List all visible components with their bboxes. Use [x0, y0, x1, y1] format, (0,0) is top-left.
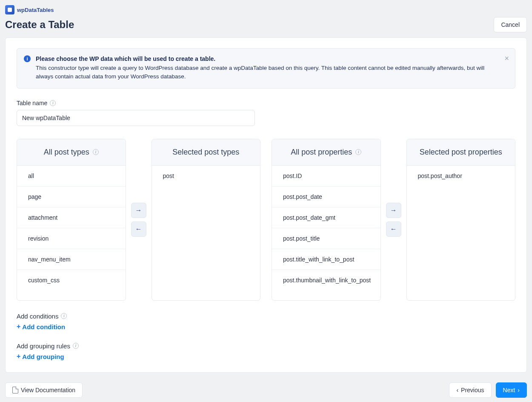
document-icon: [12, 387, 18, 393]
list-item[interactable]: post.post_title: [272, 228, 380, 249]
list-item[interactable]: all: [17, 166, 126, 187]
list-item[interactable]: post: [152, 166, 260, 186]
next-button[interactable]: Next ›: [496, 382, 527, 398]
page-title: Create a Table: [5, 19, 74, 31]
previous-button[interactable]: ‹ Previous: [449, 382, 491, 398]
list-item[interactable]: post.post_date_gmt: [272, 207, 380, 228]
selected-post-properties-list[interactable]: post.post_author: [407, 166, 515, 300]
arrow-left-icon: ←: [390, 225, 397, 233]
all-post-properties-list[interactable]: post.ID post.post_date post.post_date_gm…: [272, 166, 380, 300]
chevron-left-icon: ‹: [456, 387, 458, 393]
panel-header: Selected post types: [152, 139, 260, 166]
table-name-input[interactable]: [17, 110, 255, 126]
move-left-button[interactable]: ←: [386, 221, 401, 237]
all-post-types-panel: All post types i all page attachment rev…: [17, 139, 126, 301]
view-documentation-button[interactable]: View Documentation: [5, 382, 83, 398]
list-item[interactable]: nav_menu_item: [17, 249, 126, 270]
help-icon[interactable]: i: [73, 343, 79, 349]
selected-post-types-list[interactable]: post: [152, 166, 260, 300]
list-item[interactable]: post.title_with_link_to_post: [272, 249, 380, 270]
move-left-button[interactable]: ←: [131, 221, 146, 237]
list-item[interactable]: post.ID: [272, 166, 380, 187]
move-right-button[interactable]: →: [386, 203, 401, 218]
list-item[interactable]: revision: [17, 228, 126, 249]
add-grouping-button[interactable]: + Add grouping: [17, 353, 64, 360]
constructor-card: i × Please choose the WP data which will…: [5, 37, 527, 373]
alert-title: Please choose the WP data which will be …: [36, 55, 498, 62]
selected-post-properties-panel: Selected post properties post.post_autho…: [406, 139, 516, 301]
plus-icon: +: [17, 323, 20, 330]
alert-body: This constructor type will create a quer…: [36, 64, 498, 81]
arrow-left-icon: ←: [135, 225, 142, 233]
close-icon[interactable]: ×: [504, 55, 509, 62]
list-item[interactable]: post.post_author: [407, 166, 515, 186]
list-item[interactable]: custom_css: [17, 270, 126, 290]
arrow-right-icon: →: [135, 207, 142, 214]
table-name-label: Table name i: [17, 100, 515, 106]
conditions-label: Add conditions i: [17, 313, 515, 320]
cancel-button[interactable]: Cancel: [494, 17, 527, 32]
help-icon[interactable]: i: [61, 313, 67, 319]
panel-header: All post types i: [17, 139, 126, 166]
help-icon[interactable]: i: [93, 149, 99, 155]
arrow-right-icon: →: [390, 207, 397, 214]
list-item[interactable]: attachment: [17, 207, 126, 228]
help-icon[interactable]: i: [355, 149, 361, 155]
list-item[interactable]: post.thumbnail_with_link_to_post: [272, 270, 380, 290]
info-alert: i × Please choose the WP data which will…: [17, 48, 515, 89]
move-right-button[interactable]: →: [131, 203, 146, 218]
plus-icon: +: [17, 353, 20, 360]
all-post-types-list[interactable]: all page attachment revision nav_menu_it…: [17, 166, 126, 300]
panel-header: Selected post properties: [407, 139, 515, 166]
selected-post-types-panel: Selected post types post: [152, 139, 261, 301]
help-icon[interactable]: i: [50, 100, 56, 106]
brand: wpDataTables: [5, 5, 527, 14]
grouping-label: Add grouping rules i: [17, 342, 515, 350]
info-icon: i: [24, 55, 31, 62]
list-item[interactable]: post.post_date: [272, 187, 380, 207]
panel-header: All post properties i: [272, 139, 380, 166]
all-post-properties-panel: All post properties i post.ID post.post_…: [272, 139, 381, 301]
brand-logo-icon: [5, 5, 14, 14]
add-condition-button[interactable]: + Add condition: [17, 323, 65, 330]
brand-name: wpDataTables: [17, 7, 54, 13]
chevron-right-icon: ›: [518, 387, 520, 393]
list-item[interactable]: page: [17, 187, 126, 207]
